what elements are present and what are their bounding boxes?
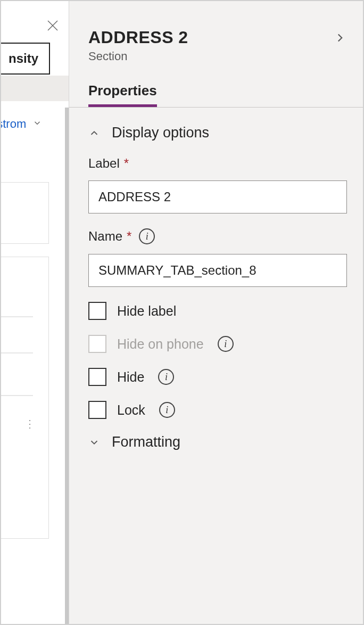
hide-on-phone-text: Hide on phone: [117, 336, 204, 352]
record-link-text: dstrom: [1, 117, 26, 131]
scrollbar[interactable]: [65, 108, 69, 624]
section-title: Display options: [112, 125, 209, 141]
panel-title: ADDRESS 2: [88, 28, 188, 47]
chevron-up-icon: [88, 127, 100, 139]
label-field-label: Label *: [88, 156, 347, 171]
required-asterisk: *: [127, 229, 131, 244]
placeholder-line: [1, 395, 33, 396]
info-icon[interactable]: i: [139, 228, 155, 244]
section-title: Formatting: [112, 434, 180, 450]
hide-text: Hide: [117, 369, 144, 385]
hide-label-text: Hide label: [117, 303, 176, 319]
hide-row: Hide i: [88, 368, 347, 386]
display-options-toggle[interactable]: Display options: [88, 125, 347, 141]
form-placeholder: [1, 182, 49, 244]
hide-checkbox[interactable]: [88, 368, 106, 386]
hide-on-phone-row: Hide on phone i: [88, 335, 347, 353]
density-button-partial[interactable]: nsity: [1, 43, 50, 75]
lock-text: Lock: [117, 402, 145, 418]
formatting-toggle[interactable]: Formatting: [88, 434, 347, 450]
placeholder-line: [1, 316, 33, 317]
info-icon[interactable]: i: [158, 369, 174, 385]
form-placeholder: [1, 257, 49, 539]
hide-label-checkbox[interactable]: [88, 302, 106, 320]
expand-panel-icon[interactable]: [333, 28, 347, 47]
hide-label-row: Hide label: [88, 302, 347, 320]
more-dots-icon[interactable]: ⋮: [24, 417, 36, 430]
info-icon[interactable]: i: [218, 336, 234, 352]
info-icon[interactable]: i: [159, 402, 175, 418]
properties-panel: ADDRESS 2 Section Properties Display opt…: [69, 1, 363, 624]
name-field-label: Name * i: [88, 228, 347, 244]
hide-on-phone-checkbox: [88, 335, 106, 353]
panel-subtitle: Section: [88, 50, 188, 63]
display-options-section: Display options Label * Name * i Hide la…: [69, 108, 363, 481]
field-label-text: Name: [88, 229, 122, 244]
required-asterisk: *: [124, 156, 129, 171]
tab-properties[interactable]: Properties: [88, 83, 157, 107]
close-icon[interactable]: [46, 19, 59, 36]
lock-checkbox[interactable]: [88, 401, 106, 419]
left-partial-column: nsity dstrom ⋮: [1, 1, 69, 624]
chevron-down-icon: [32, 118, 42, 130]
name-input[interactable]: [88, 254, 347, 287]
label-input[interactable]: [88, 180, 347, 213]
name-field: Name * i: [88, 228, 347, 287]
chevron-down-icon: [88, 437, 100, 448]
field-label-text: Label: [88, 156, 120, 171]
lock-row: Lock i: [88, 401, 347, 419]
toolbar-strip: [1, 76, 69, 101]
panel-header: ADDRESS 2 Section: [69, 1, 363, 63]
label-field: Label *: [88, 156, 347, 213]
tab-bar: Properties: [69, 83, 363, 108]
record-link-row[interactable]: dstrom: [1, 117, 42, 131]
placeholder-line: [1, 352, 33, 353]
